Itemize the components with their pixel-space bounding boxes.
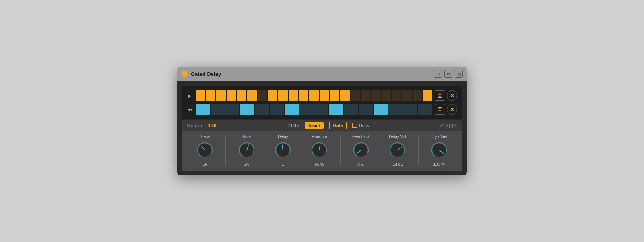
dice-button-2[interactable]: ⚄ xyxy=(435,104,445,115)
close-button-2[interactable]: ✕ xyxy=(447,104,457,115)
knob-label-random: Random xyxy=(312,134,327,139)
knob-group-feedback: Feedback 0 % xyxy=(343,134,379,167)
seq-cell-1-7[interactable] xyxy=(268,90,278,101)
seq-cell-1-15[interactable] xyxy=(351,90,360,101)
seq-cell-1-17[interactable] xyxy=(371,90,381,101)
knob-group-dry-wet: Dry / Wet 100 % xyxy=(421,134,457,167)
knobs-area: Steps 16Rate 1/8Delay 1Random 55 %Feedba… xyxy=(182,131,462,171)
knob-label-steps: Steps xyxy=(200,134,210,139)
knob-group-random: Random 55 % xyxy=(301,134,337,167)
seq-cell-1-14[interactable] xyxy=(340,90,350,101)
seq-cell-2-11[interactable] xyxy=(359,104,373,115)
title-left: Gated Delay xyxy=(181,71,221,77)
seq-cell-1-4[interactable] xyxy=(237,90,247,101)
insert-button[interactable]: Insert xyxy=(305,122,324,129)
knob-value-feedback: 0 % xyxy=(357,162,364,167)
seq-cells-1 xyxy=(196,90,432,101)
time-value: 2.00 s xyxy=(287,123,299,128)
seq-cell-1-11[interactable] xyxy=(309,90,319,101)
knob-value-dry-wet: 100 % xyxy=(433,162,445,167)
seq-cell-2-10[interactable] xyxy=(344,104,358,115)
save-icon[interactable]: ▤ xyxy=(455,70,463,78)
knob-group-delay: Delay 1 xyxy=(265,134,301,167)
seq-cell-2-6[interactable] xyxy=(285,104,299,115)
knob-steps[interactable] xyxy=(196,141,214,161)
seq-cell-1-9[interactable] xyxy=(289,90,298,101)
brand-text: ///A|||N xyxy=(440,123,457,128)
seq-cell-1-0[interactable] xyxy=(196,90,205,101)
seq-cell-1-18[interactable] xyxy=(382,90,391,101)
refresh-icon[interactable]: ↺ xyxy=(444,70,452,78)
knob-label-delay-vol: Delay Vol xyxy=(389,134,406,139)
seq-cell-1-6[interactable] xyxy=(258,90,267,101)
gate-button[interactable]: Gate xyxy=(329,122,346,129)
seq-cell-1-12[interactable] xyxy=(320,90,329,101)
seq-row-1: ▶ ⚄ ✕ xyxy=(187,90,457,101)
seq-cell-1-20[interactable] xyxy=(402,90,412,101)
dice-button-1[interactable]: ⚄ xyxy=(435,90,445,101)
seq-cell-2-9[interactable] xyxy=(329,104,343,115)
knob-separator-1 xyxy=(225,136,226,165)
knob-delay-vol[interactable] xyxy=(388,141,406,161)
seq-cell-1-5[interactable] xyxy=(247,90,257,101)
duck-label: Duck xyxy=(359,123,369,128)
play-button-2[interactable]: ◀◀ xyxy=(187,108,193,111)
knob-group-delay-vol: Delay Vol -14 dB xyxy=(379,134,415,167)
plugin-window: Gated Delay ⊡ ↺ ▤ ▶ ⚄ ✕ ◀◀ xyxy=(177,67,467,175)
seq-cell-1-8[interactable] xyxy=(278,90,288,101)
duck-checkbox[interactable] xyxy=(352,123,357,128)
knob-separator-4 xyxy=(340,136,341,165)
window-title: Gated Delay xyxy=(191,71,221,77)
seq-cell-1-21[interactable] xyxy=(413,90,422,101)
knob-value-delay-vol: -14 dB xyxy=(392,162,403,167)
seq-controls-1: ⚄ ✕ xyxy=(435,90,457,101)
seq-cell-2-1[interactable] xyxy=(211,104,225,115)
knob-delay[interactable] xyxy=(274,141,292,161)
knob-random[interactable] xyxy=(310,141,328,161)
seq-controls-2: ⚄ ✕ xyxy=(435,104,457,115)
close-button-1[interactable]: ✕ xyxy=(447,90,457,101)
seq-cell-2-4[interactable] xyxy=(255,104,269,115)
seq-cell-1-16[interactable] xyxy=(361,90,371,101)
knob-dry-wet[interactable] xyxy=(430,141,448,161)
knob-feedback[interactable] xyxy=(352,141,370,161)
knob-label-dry-wet: Dry / Wet xyxy=(431,134,447,139)
knob-group-steps: Steps 16 xyxy=(187,134,223,167)
power-button[interactable] xyxy=(181,71,188,77)
seq-cell-2-0[interactable] xyxy=(196,104,210,115)
seq-cell-2-8[interactable] xyxy=(314,104,328,115)
seq-cell-1-2[interactable] xyxy=(216,90,226,101)
seq-cell-2-2[interactable] xyxy=(225,104,239,115)
duck-container: Duck xyxy=(352,123,369,128)
seq-cell-2-7[interactable] xyxy=(299,104,314,115)
knob-rate[interactable] xyxy=(238,141,256,161)
seq-cell-1-1[interactable] xyxy=(206,90,216,101)
smooth-value: 0.00 xyxy=(208,123,216,128)
play-button-1[interactable]: ▶ xyxy=(187,94,193,98)
seq-cell-2-15[interactable] xyxy=(418,104,432,115)
smooth-label: Smooth xyxy=(187,123,202,128)
knob-label-feedback: Feedback xyxy=(352,134,370,139)
knob-value-delay: 1 xyxy=(282,162,284,167)
seq-cell-2-12[interactable] xyxy=(374,104,388,115)
seq-cell-2-13[interactable] xyxy=(388,104,402,115)
title-icons: ⊡ ↺ ▤ xyxy=(434,70,463,78)
seq-cell-1-10[interactable] xyxy=(299,90,309,101)
seq-cell-2-3[interactable] xyxy=(240,104,254,115)
seq-cell-1-22[interactable] xyxy=(423,90,432,101)
seq-cell-2-14[interactable] xyxy=(403,104,417,115)
seq-cell-1-13[interactable] xyxy=(330,90,340,101)
seq-cells-2 xyxy=(196,104,432,115)
knob-group-rate: Rate 1/8 xyxy=(228,134,264,167)
knob-value-steps: 16 xyxy=(203,162,207,167)
bottom-bar: Smooth 0.00 2.00 s Insert Gate Duck ///A… xyxy=(182,120,462,131)
seq-cell-1-3[interactable] xyxy=(227,90,236,101)
plugin-body: ▶ ⚄ ✕ ◀◀ ⚄ ✕ Smooth 0.00 2.00 s xyxy=(177,81,467,175)
knob-separator-6 xyxy=(418,136,419,165)
seq-cell-1-19[interactable] xyxy=(392,90,401,101)
title-bar: Gated Delay ⊡ ↺ ▤ xyxy=(177,67,467,81)
seq-cell-2-5[interactable] xyxy=(270,104,284,115)
knob-value-rate: 1/8 xyxy=(244,162,250,167)
resize-icon[interactable]: ⊡ xyxy=(434,70,442,78)
knob-label-delay: Delay xyxy=(278,134,288,139)
